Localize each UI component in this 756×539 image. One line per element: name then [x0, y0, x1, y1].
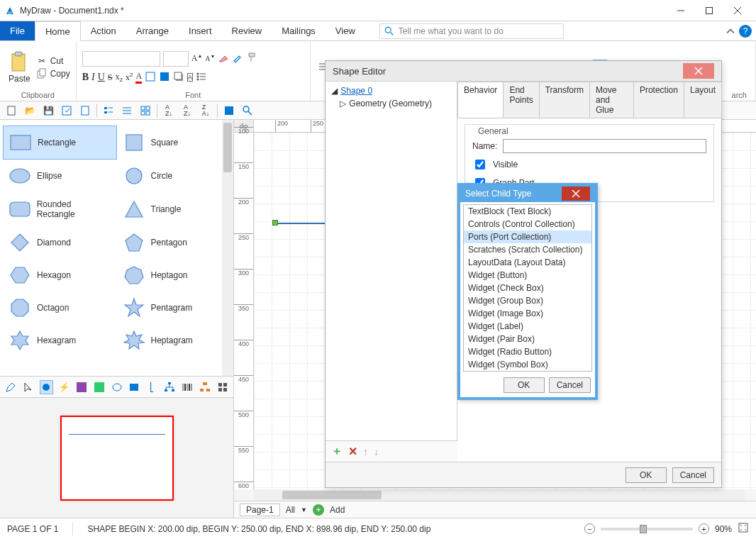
child-type-item[interactable]: Widget (Check Box)	[464, 282, 591, 294]
horizontal-scrollbar[interactable]	[254, 489, 745, 501]
close-button[interactable]	[723, 1, 752, 21]
page-tab-1[interactable]: Page-1	[240, 504, 280, 516]
highlight-icon[interactable]	[145, 71, 156, 84]
fit-page-icon[interactable]	[738, 522, 749, 535]
clear-format-icon[interactable]	[218, 52, 229, 65]
add-page-label[interactable]: Add	[330, 505, 345, 515]
minimize-button[interactable]	[667, 1, 695, 21]
st-pencil-icon[interactable]	[4, 380, 18, 394]
popup-titlebar[interactable]: Select Child Type	[460, 185, 596, 202]
copy-button[interactable]: Copy	[36, 68, 70, 79]
add-child-icon[interactable]: ＋	[331, 444, 343, 459]
st-color2-icon[interactable]	[92, 380, 106, 394]
file-tab[interactable]: File	[0, 21, 35, 40]
qb-new-icon[interactable]	[4, 104, 18, 118]
child-type-item[interactable]: Scratches (Scratch Collection)	[464, 243, 591, 256]
tree-geometry[interactable]: ▷ Geometry (Geometry)	[328, 97, 454, 110]
st-barcode-icon[interactable]	[181, 380, 194, 394]
tab-review[interactable]: Review	[222, 21, 272, 40]
font-color-icon[interactable]: A	[135, 71, 142, 84]
shape-item-pentagon[interactable]: Pentagon	[117, 226, 231, 259]
shape-item-circle[interactable]: Circle	[117, 160, 231, 192]
cut-button[interactable]: ✂Cut	[36, 55, 70, 67]
shape-item-heptagon[interactable]: Heptagon	[117, 259, 231, 291]
qb-open-icon[interactable]: 📂	[23, 104, 37, 118]
dialog-close-button[interactable]	[683, 63, 714, 79]
font-family-combo[interactable]	[82, 51, 160, 67]
move-down-icon[interactable]: ↓	[374, 446, 379, 457]
editor-tab-end-points[interactable]: End Points	[503, 82, 539, 118]
name-input[interactable]	[503, 139, 706, 153]
delete-child-icon[interactable]: ✕	[348, 445, 357, 458]
st-hierarchy-icon[interactable]	[163, 380, 177, 394]
qb-sort-az-icon[interactable]: AZ↓	[162, 104, 176, 118]
dialog-ok-button[interactable]: OK	[626, 467, 667, 483]
st-color1-icon[interactable]	[74, 380, 88, 394]
shape-item-hexagram[interactable]: Hexagram	[3, 324, 117, 357]
shrink-font-icon[interactable]: A▼	[205, 54, 215, 62]
eyedropper-icon[interactable]	[232, 52, 243, 65]
zoom-out-icon[interactable]: −	[584, 523, 595, 534]
grow-font-icon[interactable]: A▲	[191, 53, 203, 64]
shape-item-rect[interactable]: Rectangle	[3, 126, 117, 160]
format-painter-icon[interactable]	[246, 52, 257, 65]
help-button[interactable]: ?	[739, 25, 752, 38]
child-type-item[interactable]: Ports (Port Collection)	[464, 230, 591, 243]
paste-button[interactable]: Paste	[6, 50, 33, 85]
shape-handle[interactable]	[272, 220, 278, 226]
search-box[interactable]: Tell me what you want to do	[379, 23, 564, 39]
shapes-scrollbar[interactable]	[222, 120, 233, 376]
editor-tab-layout[interactable]: Layout	[684, 82, 722, 118]
qb-save-icon[interactable]: 💾	[41, 104, 55, 118]
textbox-icon[interactable]: A	[187, 73, 193, 82]
st-bracket-icon[interactable]: ⎣	[145, 380, 159, 394]
tab-home[interactable]: Home	[35, 21, 81, 41]
tab-view[interactable]: View	[326, 21, 365, 40]
child-type-item[interactable]: Widget (Button)	[464, 269, 591, 282]
tab-insert[interactable]: Insert	[179, 21, 222, 40]
st-rect-icon[interactable]	[128, 380, 141, 394]
popup-ok-button[interactable]: OK	[504, 377, 545, 393]
child-type-item[interactable]: Widget (Label)	[464, 320, 591, 333]
shape-item-square[interactable]: Square	[117, 126, 231, 160]
shape-line[interactable]	[275, 223, 332, 224]
underline-icon[interactable]: U	[98, 72, 105, 83]
st-more-icon[interactable]	[216, 380, 229, 394]
shape-item-roundrect[interactable]: Rounded Rectangle	[3, 192, 117, 226]
shape-item-octagon[interactable]: Octagon	[3, 291, 117, 324]
shape-item-triangle[interactable]: Triangle	[117, 192, 231, 226]
italic-icon[interactable]: I	[91, 72, 95, 83]
visible-checkbox[interactable]	[475, 160, 485, 170]
child-type-item[interactable]: LayoutData (Layout Data)	[464, 256, 591, 269]
strikethrough-icon[interactable]: S	[108, 72, 113, 83]
qb-doc-icon[interactable]	[78, 104, 92, 118]
fill-color-icon[interactable]	[159, 71, 170, 84]
dialog-cancel-button[interactable]: Cancel	[672, 467, 714, 483]
zoom-slider[interactable]	[601, 528, 693, 530]
popup-close-button[interactable]	[562, 187, 590, 201]
all-label[interactable]: All	[286, 505, 295, 515]
font-size-combo[interactable]	[163, 51, 189, 67]
child-type-item[interactable]: Widget (Group Box)	[464, 294, 591, 307]
subscript-icon[interactable]: x2	[116, 72, 123, 83]
tree-root[interactable]: ◢ Shape 0	[328, 84, 454, 97]
editor-tab-behavior[interactable]: Behavior	[457, 82, 504, 118]
move-up-icon[interactable]: ↑	[363, 446, 368, 457]
editor-tab-transform[interactable]: Transform	[539, 82, 590, 118]
shape-item-heptagram[interactable]: Heptagram	[117, 324, 231, 357]
child-type-item[interactable]: Widget (Image Box)	[464, 307, 591, 320]
tab-action[interactable]: Action	[81, 21, 126, 40]
st-ellipse-icon[interactable]	[110, 380, 123, 394]
child-type-item[interactable]: Widget (Radio Button)	[464, 345, 591, 358]
shape-item-diamond[interactable]: Diamond	[3, 226, 117, 259]
qb-search-icon[interactable]	[240, 104, 255, 118]
qb-task-icon[interactable]	[120, 104, 134, 118]
editor-tab-protection[interactable]: Protection	[633, 82, 684, 118]
shape-item-pentagram[interactable]: Pentagram	[117, 291, 231, 324]
qb-list-icon[interactable]	[101, 104, 116, 118]
st-org-icon[interactable]	[198, 380, 211, 394]
child-type-item[interactable]: TextBlock (Text Block)	[464, 205, 591, 218]
maximize-button[interactable]	[695, 1, 723, 21]
qb-sort-ia-icon[interactable]: AZ↓	[180, 104, 194, 118]
child-type-item[interactable]: Widget (Symbol Box)	[464, 358, 591, 371]
